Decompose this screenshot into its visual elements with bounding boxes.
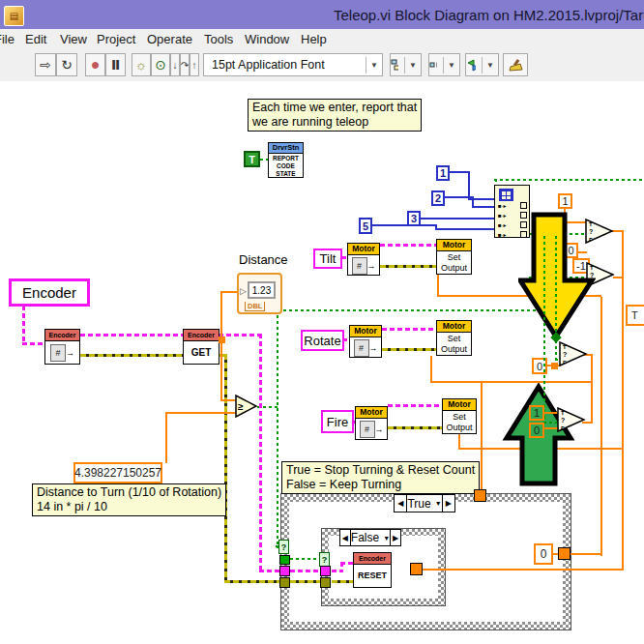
highlight-execution-button[interactable]: ☼	[132, 53, 151, 76]
wire-error[interactable]	[380, 265, 437, 268]
encoder-get-block[interactable]: Encoder GET	[183, 329, 220, 365]
wire-error[interactable]	[224, 354, 227, 583]
rotate-set-output-block[interactable]: Motor SetOutput	[436, 320, 472, 356]
wire-motor-cluster[interactable]	[388, 404, 443, 407]
wire-integer[interactable]	[472, 206, 495, 208]
wire-bool[interactable]	[278, 309, 557, 311]
menu-file[interactable]: File	[0, 32, 15, 46]
wire-error[interactable]	[388, 426, 443, 429]
wire-numeric[interactable]	[591, 354, 593, 424]
run-button[interactable]: ⇨	[35, 53, 56, 76]
abort-button[interactable]: ●	[85, 53, 105, 76]
greater-or-equal-function[interactable]: ≥	[235, 395, 258, 419]
wire-numeric[interactable]	[570, 553, 602, 555]
numeric-constant-1[interactable]: 1	[529, 405, 544, 421]
wire-encoder-cluster[interactable]	[259, 570, 281, 572]
pause-button[interactable]: Ⅱ	[105, 53, 126, 76]
wire-encoder-cluster[interactable]	[259, 334, 262, 572]
run-continuous-button[interactable]: ↻	[56, 53, 77, 76]
wire-error[interactable]	[80, 354, 184, 357]
menu-view[interactable]: View	[60, 32, 87, 46]
tilt-motor-open-block[interactable]: Motor #→	[347, 243, 380, 276]
numeric-tunnel[interactable]	[558, 547, 571, 560]
numeric-constant-0[interactable]: 0	[529, 423, 544, 438]
wire-integer[interactable]	[444, 196, 474, 198]
wire-encoder-cluster[interactable]	[22, 342, 46, 345]
distance-label[interactable]: Distance	[239, 252, 288, 267]
wire-error[interactable]	[290, 580, 322, 583]
fire-set-output-block[interactable]: Motor SetOutput	[442, 398, 477, 434]
rotate-label[interactable]: Rotate	[301, 330, 344, 351]
case-prev-icon[interactable]: ◀	[340, 530, 350, 545]
cluster-tunnel[interactable]	[279, 566, 290, 576]
report-code-state-block[interactable]: DrvrStn REPORT CODE STATE	[268, 142, 304, 178]
wire-numeric[interactable]	[437, 275, 439, 297]
step-out-button[interactable]: ↑	[190, 53, 199, 76]
rotate-motor-open-block[interactable]: Motor #→	[349, 325, 382, 358]
wire-numeric[interactable]	[430, 356, 432, 383]
comment-distance[interactable]: Distance to Turn (1/10 of Rotation) 14 i…	[32, 483, 226, 516]
wire-error[interactable]	[224, 580, 281, 583]
int-constant-5[interactable]: 5	[359, 218, 372, 234]
menu-edit[interactable]: Edit	[25, 32, 46, 46]
encoder-control-label[interactable]: Encoder	[9, 278, 90, 307]
cleanup-diagram-button[interactable]	[503, 53, 528, 76]
inner-case-selector[interactable]: ◀ False▼ ▶	[339, 529, 401, 546]
wire-numeric[interactable]	[543, 412, 558, 414]
select-function[interactable]: T?F	[559, 341, 588, 367]
distance-constant[interactable]: 4.398227150257	[73, 462, 162, 483]
wire-integer[interactable]	[435, 228, 495, 230]
fire-label[interactable]: Fire	[321, 410, 354, 433]
wire-junction[interactable]	[219, 337, 225, 343]
align-objects-button[interactable]: ▼	[390, 53, 422, 76]
comment-enter[interactable]: Each time we enter, report that we are r…	[248, 99, 422, 132]
menu-window[interactable]: Window	[245, 32, 289, 46]
fire-motor-open-block[interactable]: Motor #→	[355, 406, 388, 440]
wire-motor-cluster[interactable]	[382, 328, 437, 331]
wire-numeric[interactable]	[220, 292, 222, 338]
wire-numeric[interactable]	[481, 383, 483, 493]
wire-integer[interactable]	[449, 171, 470, 173]
wire-numeric[interactable]	[543, 427, 558, 429]
step-over-button[interactable]: ↷	[180, 53, 190, 76]
font-selector[interactable]: 15pt Application Font ▼	[203, 53, 383, 76]
bool-tunnel[interactable]	[279, 555, 290, 565]
int-constant-3[interactable]: 3	[407, 211, 421, 226]
error-tunnel[interactable]	[320, 577, 331, 588]
wire-numeric[interactable]	[220, 339, 222, 401]
reorder-objects-button[interactable]: ▼	[465, 53, 499, 76]
encoder-reset-block[interactable]: Encoder RESET	[353, 552, 392, 588]
menu-help[interactable]: Help	[301, 32, 327, 46]
numeric-constant-1[interactable]: 1	[558, 193, 572, 209]
int-constant-1[interactable]: 1	[436, 165, 450, 181]
int-constant-2[interactable]: 2	[431, 190, 445, 206]
wire-integer[interactable]	[371, 224, 437, 226]
cluster-tunnel[interactable]	[320, 566, 331, 576]
wire-bool-array[interactable]	[494, 179, 644, 181]
wire-motor-cluster[interactable]	[380, 244, 437, 247]
inner-case-selector-terminal[interactable]: ?	[319, 552, 330, 567]
case-next-icon[interactable]: ▶	[443, 495, 454, 512]
wire-encoder-cluster[interactable]	[290, 570, 322, 572]
outer-case-selector-terminal[interactable]: ?	[278, 540, 289, 554]
select-function[interactable]: T?F	[557, 407, 586, 433]
retain-wire-values-button[interactable]: ⊙	[151, 53, 170, 76]
tilt-label[interactable]: Tilt	[313, 249, 342, 269]
wire-bool[interactable]	[290, 558, 320, 560]
encoder-open-block[interactable]: Encoder #→	[44, 329, 80, 365]
numeric-constant-0[interactable]: 0	[534, 543, 553, 565]
wire-numeric[interactable]	[422, 569, 623, 571]
wire-numeric[interactable]	[165, 412, 237, 414]
wire-integer[interactable]	[421, 218, 495, 220]
distribute-objects-button[interactable]: ▼	[428, 53, 460, 76]
menu-operate[interactable]: Operate	[147, 32, 192, 46]
case-prev-icon[interactable]: ◀	[395, 495, 406, 512]
wire-numeric[interactable]	[165, 413, 167, 463]
distance-indicator[interactable]: ▷ 1.23 DBL	[237, 273, 282, 314]
numeric-tunnel[interactable]	[410, 563, 423, 575]
wire-error[interactable]	[382, 348, 437, 351]
numeric-tunnel[interactable]	[474, 489, 486, 502]
wire-numeric[interactable]	[600, 297, 602, 556]
wire-bool[interactable]	[543, 236, 545, 424]
comment-case[interactable]: True = Stop Turning & Reset Count False …	[281, 461, 480, 494]
